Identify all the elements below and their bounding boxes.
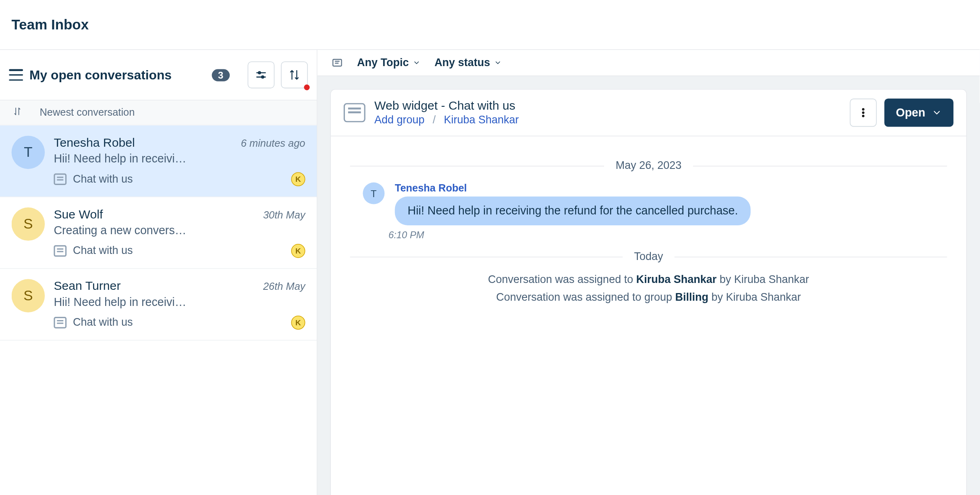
message-preview: Creating a new convers… (54, 224, 207, 237)
svg-point-9 (862, 112, 864, 114)
timestamp: 26th May (263, 281, 305, 293)
chevron-down-icon (413, 59, 420, 67)
message-preview: Hii! Need help in receivi… (54, 152, 207, 166)
conversation-panel: Any Topic Any status Web widget - Chat w… (318, 50, 980, 495)
system-event: Conversation was assigned to group Billi… (350, 291, 947, 304)
sort-direction-icon[interactable] (13, 107, 22, 119)
page-title: Team Inbox (12, 16, 89, 33)
chat-source-icon (54, 317, 66, 329)
chat-source-icon (54, 245, 66, 257)
channel-label: Web widget - Chat with us (374, 99, 519, 113)
system-event: Conversation was assigned to Kiruba Shan… (350, 273, 947, 286)
channel-icon (344, 103, 365, 123)
message-time: 6:10 PM (388, 229, 947, 240)
svg-rect-5 (333, 59, 341, 66)
kebab-icon (858, 107, 869, 119)
avatar: T (12, 136, 45, 169)
filter-button[interactable] (248, 61, 275, 88)
source-label: Chat with us (73, 316, 133, 329)
topic-filter-label: Any Topic (357, 56, 409, 69)
status-filter[interactable]: Any status (434, 56, 502, 69)
conversation-list: T Tenesha Robel 6 minutes ago Hii! Need … (0, 125, 317, 495)
message-thread: May 26, 2023 T Tenesha Robel Hii! Need h… (331, 136, 966, 495)
svg-point-8 (862, 108, 864, 110)
topic-icon (332, 57, 343, 69)
assignee-badge: K (291, 172, 305, 186)
conversation-content: Web widget - Chat with us Add group / Ki… (330, 89, 967, 495)
hamburger-icon[interactable] (9, 69, 23, 81)
topic-filter[interactable]: Any Topic (357, 56, 420, 69)
notification-dot-icon (304, 85, 309, 90)
app-header: Team Inbox (0, 0, 980, 50)
date-divider: Today (350, 250, 947, 263)
svg-point-10 (862, 115, 864, 117)
avatar: S (12, 208, 45, 241)
separator: / (433, 114, 436, 126)
assignee-badge: K (291, 244, 305, 258)
source-label: Chat with us (73, 173, 133, 186)
status-dropdown-button[interactable]: Open (884, 99, 954, 127)
conversation-header: Web widget - Chat with us Add group / Ki… (331, 89, 966, 136)
sliders-icon (255, 69, 268, 81)
sort-label[interactable]: Newest conversation (39, 107, 135, 119)
timestamp: 6 minutes ago (241, 137, 305, 149)
conversation-item[interactable]: T Tenesha Robel 6 minutes ago Hii! Need … (0, 125, 317, 197)
conversation-item[interactable]: S Sue Wolf 30th May Creating a new conve… (0, 197, 317, 269)
sort-button[interactable] (281, 61, 308, 88)
contact-name: Tenesha Robel (54, 136, 135, 150)
sort-arrows-icon (289, 69, 300, 81)
date-divider: May 26, 2023 (350, 159, 947, 172)
assignee-link[interactable]: Kiruba Shankar (444, 114, 519, 126)
chevron-down-icon (932, 108, 942, 118)
view-title: My open conversations (29, 68, 205, 83)
source-label: Chat with us (73, 245, 133, 258)
filter-bar: Any Topic Any status (318, 50, 980, 76)
avatar: S (12, 279, 45, 312)
conversation-list-panel: My open conversations 3 Newest conversat… (0, 50, 318, 495)
avatar: T (363, 183, 384, 204)
timestamp: 30th May (263, 209, 305, 221)
contact-name: Sean Turner (54, 279, 120, 293)
status-filter-label: Any status (434, 56, 490, 69)
conversation-item[interactable]: S Sean Turner 26th May Hii! Need help in… (0, 269, 317, 341)
chevron-down-icon (494, 59, 502, 67)
message: T Tenesha Robel Hii! Need help in receiv… (363, 183, 947, 225)
chat-source-icon (54, 173, 66, 185)
assignee-badge: K (291, 316, 305, 330)
add-group-link[interactable]: Add group (374, 114, 425, 126)
conversation-count-badge: 3 (212, 69, 230, 81)
message-preview: Hii! Need help in receivi… (54, 296, 207, 309)
status-label: Open (896, 106, 925, 119)
contact-name: Sue Wolf (54, 208, 103, 222)
message-bubble: Hii! Need help in receiving the refund f… (395, 197, 751, 225)
more-actions-button[interactable] (850, 99, 877, 127)
message-sender: Tenesha Robel (395, 183, 751, 194)
